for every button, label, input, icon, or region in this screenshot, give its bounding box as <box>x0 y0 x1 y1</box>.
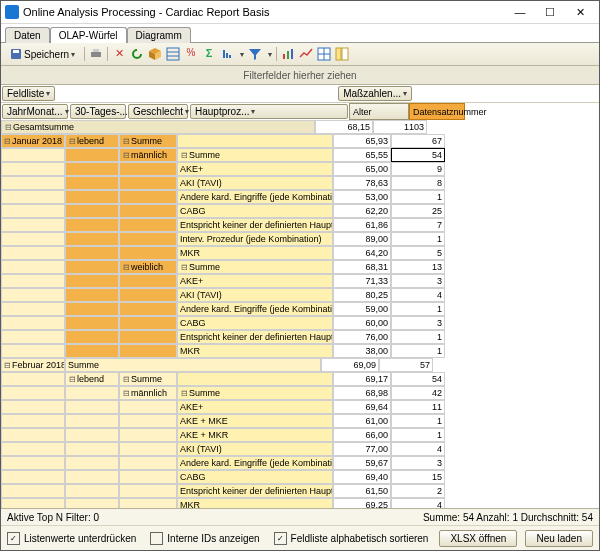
collapse-icon[interactable]: ⊟ <box>122 375 130 384</box>
chk-listenwerte[interactable]: ✓ Listenwerte unterdrücken <box>7 532 136 545</box>
table-row[interactable]: Andere kard. Eingriffe (jede Kombination… <box>1 456 599 470</box>
table-row[interactable]: Entspricht keiner der definierten Hauptp… <box>1 484 599 498</box>
table-row[interactable]: Andere kard. Eingriffe (jede Kombination… <box>1 302 599 316</box>
row-label: ⊟lebend <box>65 372 119 386</box>
table-row[interactable]: AKE + MKE61,001 <box>1 414 599 428</box>
close-button[interactable]: ✕ <box>565 3 595 21</box>
table-row[interactable]: ⊟lebend⊟Summe69,1754 <box>1 372 599 386</box>
maximize-button[interactable]: ☐ <box>535 3 565 21</box>
table-row[interactable]: CABG60,003 <box>1 316 599 330</box>
row-label <box>65 176 119 190</box>
dim-geschlecht[interactable]: Geschlecht▾ <box>128 104 188 119</box>
dim-hauptproz[interactable]: Hauptproz...▾ <box>190 104 348 119</box>
fieldlist-button[interactable]: Feldliste ▾ <box>2 86 55 101</box>
table-row[interactable]: ⊟männlich⊟Summe68,9842 <box>1 386 599 400</box>
collapse-icon[interactable]: ⊟ <box>180 263 188 272</box>
chk-interneids[interactable]: Interne IDs anzeigen <box>150 532 259 545</box>
col-datensatznummer[interactable]: Datensatznummer <box>409 103 465 120</box>
collapse-icon[interactable]: ⊟ <box>122 137 130 146</box>
col-alter[interactable]: Alter <box>349 103 409 120</box>
refresh-icon[interactable] <box>130 47 144 61</box>
table-row[interactable]: ⊟Februar 2018Summe69,0957 <box>1 358 599 372</box>
table-row[interactable]: AKI (TAVI)80,254 <box>1 288 599 302</box>
row-label: Entspricht keiner der definierten Hauptp… <box>177 330 333 344</box>
filter-drop-area[interactable]: Filterfelder hierher ziehen <box>1 66 599 85</box>
dim-jahrmonat[interactable]: JahrMonat...▾ <box>2 104 68 119</box>
row-label: AKI (TAVI) <box>177 176 333 190</box>
svg-rect-3 <box>93 49 99 52</box>
grid-icon[interactable] <box>166 47 180 61</box>
row-label: ⊟männlich <box>119 386 177 400</box>
tab-daten[interactable]: Daten <box>5 27 50 43</box>
table-row[interactable]: ⊟männlich⊟Summe65,5554 <box>1 148 599 162</box>
percent-icon[interactable]: % <box>184 47 198 61</box>
collapse-icon[interactable]: ⊟ <box>122 263 130 272</box>
table-row[interactable]: MKR38,001 <box>1 344 599 358</box>
measures-button[interactable]: Maßzahlen... ▾ <box>338 86 412 101</box>
table-row[interactable]: CABG62,2025 <box>1 204 599 218</box>
table-row[interactable]: AKI (TAVI)78,638 <box>1 176 599 190</box>
collapse-icon[interactable]: ⊟ <box>180 389 188 398</box>
collapse-icon[interactable]: ⊟ <box>4 137 11 146</box>
row-label: ⊟Summe <box>119 134 177 148</box>
tab-diagram[interactable]: Diagramm <box>127 27 191 43</box>
table-row[interactable]: AKE + MKR66,001 <box>1 428 599 442</box>
chart-bar-icon[interactable] <box>281 47 295 61</box>
delete-icon[interactable]: ✕ <box>112 47 126 61</box>
value-cell: 3 <box>391 274 445 288</box>
row-label <box>119 428 177 442</box>
pivot-icon[interactable] <box>335 47 349 61</box>
table-row[interactable]: AKI (TAVI)77,004 <box>1 442 599 456</box>
table-row[interactable]: Entspricht keiner der definierten Hauptp… <box>1 330 599 344</box>
print-icon[interactable] <box>89 47 103 61</box>
collapse-icon[interactable]: ⊟ <box>68 137 76 146</box>
dim-30tage[interactable]: 30-Tages-...▾ <box>70 104 126 119</box>
table-row[interactable]: ⊟weiblich⊟Summe68,3113 <box>1 260 599 274</box>
row-label: AKE + MKE <box>177 414 333 428</box>
row-label <box>119 316 177 330</box>
row-label: Entspricht keiner der definierten Hauptp… <box>177 484 333 498</box>
table-row[interactable]: AKE+65,009 <box>1 162 599 176</box>
value-cell: 61,00 <box>333 414 391 428</box>
collapse-icon[interactable]: ⊟ <box>122 389 130 398</box>
table-row[interactable]: CABG69,4015 <box>1 470 599 484</box>
sigma-icon[interactable]: Σ <box>202 47 216 61</box>
row-label <box>1 386 65 400</box>
value-cell: 69,25 <box>333 498 391 508</box>
row-label <box>65 316 119 330</box>
value-cell: 4 <box>391 442 445 456</box>
reload-button[interactable]: Neu laden <box>525 530 593 547</box>
xlsx-open-button[interactable]: XLSX öffnen <box>439 530 517 547</box>
table-row[interactable]: MKR64,205 <box>1 246 599 260</box>
table-row[interactable]: Interv. Prozedur (jede Kombination)89,00… <box>1 232 599 246</box>
table-row[interactable]: ⊟Januar 2018⊟lebend⊟Summe65,9367 <box>1 134 599 148</box>
table-row[interactable]: AKE+69,6411 <box>1 400 599 414</box>
pivot-grid[interactable]: ⊟Gesamtsumme68,151103⊟Januar 2018⊟lebend… <box>1 120 599 508</box>
tab-olap[interactable]: OLAP-Würfel <box>50 27 127 43</box>
separator <box>107 47 108 61</box>
collapse-icon[interactable]: ⊟ <box>4 123 12 132</box>
filter-icon[interactable] <box>248 47 262 61</box>
row-label: ⊟Summe <box>119 372 177 386</box>
collapse-icon[interactable]: ⊟ <box>122 151 130 160</box>
collapse-icon[interactable]: ⊟ <box>4 361 11 370</box>
table-row[interactable]: Andere kard. Eingriffe (jede Kombination… <box>1 190 599 204</box>
row-label <box>1 428 65 442</box>
row-label: ⊟Summe <box>177 386 333 400</box>
row-label <box>119 498 177 508</box>
collapse-icon[interactable]: ⊟ <box>68 375 76 384</box>
table-row[interactable]: Entspricht keiner der definierten Hauptp… <box>1 218 599 232</box>
minimize-button[interactable]: — <box>505 3 535 21</box>
table-row[interactable]: MKR69,254 <box>1 498 599 508</box>
table-icon[interactable] <box>317 47 331 61</box>
row-label <box>65 204 119 218</box>
svg-rect-17 <box>342 48 348 60</box>
table-row[interactable]: AKE+71,333 <box>1 274 599 288</box>
chart-line-icon[interactable] <box>299 47 313 61</box>
chk-feldliste-sort[interactable]: ✓ Feldliste alphabetisch sortieren <box>274 532 429 545</box>
sort-asc-icon[interactable] <box>220 47 234 61</box>
collapse-icon[interactable]: ⊟ <box>180 151 188 160</box>
save-button[interactable]: Speichern ▾ <box>5 46 80 62</box>
table-row[interactable]: ⊟Gesamtsumme68,151103 <box>1 120 599 134</box>
cube-icon[interactable] <box>148 47 162 61</box>
